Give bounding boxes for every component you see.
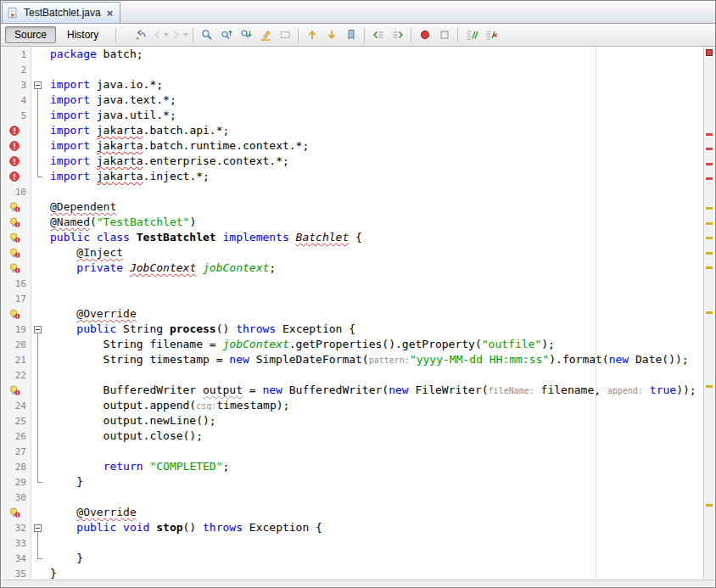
warning-stripe-mark[interactable] <box>706 237 713 239</box>
code-line[interactable]: 4import java.text.*; <box>2 92 703 108</box>
code-editor[interactable]: 1package batch;23import java.io.*;4impor… <box>2 47 703 580</box>
line-number[interactable]: 19 <box>2 322 31 337</box>
error-gutter-icon[interactable] <box>2 154 31 169</box>
history-view-button[interactable]: History <box>58 26 108 43</box>
code-line[interactable]: import jakarta.inject.*; <box>2 169 703 184</box>
toggle-bookmark-button[interactable] <box>341 25 361 44</box>
warning-stripe-mark[interactable] <box>706 252 713 255</box>
code-line[interactable]: 16 <box>2 276 703 291</box>
line-number[interactable]: 3 <box>2 77 31 92</box>
warning-stripe-mark[interactable] <box>706 266 713 269</box>
line-number[interactable]: 33 <box>2 535 31 551</box>
forward-button[interactable] <box>170 25 189 44</box>
start-macro-recording-button[interactable] <box>415 25 434 44</box>
line-number[interactable]: 27 <box>2 444 31 459</box>
code-line[interactable]: BufferedWriter output = new BufferedWrit… <box>2 383 703 398</box>
code-line[interactable]: 35} <box>2 566 703 580</box>
line-number[interactable]: 28 <box>2 459 31 474</box>
error-stripe-mark[interactable] <box>706 177 713 180</box>
code-line[interactable]: 10 <box>2 184 703 199</box>
code-line[interactable]: @Override <box>2 505 703 520</box>
horizontal-scrollbar[interactable] <box>2 580 714 586</box>
code-line[interactable]: 25 output.newLine(); <box>2 413 703 428</box>
find-next-occurrence-button[interactable] <box>236 25 255 44</box>
line-number[interactable]: 29 <box>2 474 31 490</box>
line-number[interactable]: 2 <box>2 62 31 77</box>
code-line[interactable]: 30 <box>2 490 703 505</box>
code-line[interactable]: 20 String filename = jobContext.getPrope… <box>2 337 703 352</box>
warning-gutter-icon[interactable] <box>2 306 31 322</box>
line-number[interactable]: 26 <box>2 428 31 444</box>
line-number[interactable]: 17 <box>2 291 31 306</box>
line-number[interactable]: 34 <box>2 551 31 566</box>
line-number[interactable]: 22 <box>2 367 31 383</box>
error-gutter-icon[interactable] <box>2 123 31 138</box>
code-line[interactable]: 22 <box>2 367 703 383</box>
line-number[interactable]: 16 <box>2 276 31 291</box>
stop-macro-recording-button[interactable] <box>434 25 454 44</box>
last-edit-position-button[interactable] <box>131 25 150 44</box>
source-view-button[interactable]: Source <box>5 26 56 43</box>
code-line[interactable]: 2 <box>2 62 703 77</box>
shift-line-right-button[interactable] <box>388 25 407 44</box>
code-line[interactable]: 24 output.append(csq:timestamp); <box>2 398 703 413</box>
line-number[interactable]: 4 <box>2 92 31 108</box>
toggle-highlight-search-button[interactable] <box>255 25 275 44</box>
warning-gutter-icon[interactable] <box>2 245 31 260</box>
warning-gutter-icon[interactable] <box>2 260 31 276</box>
warning-gutter-icon[interactable] <box>2 215 31 230</box>
code-line[interactable]: 29 } <box>2 474 703 490</box>
next-bookmark-button[interactable] <box>322 25 341 44</box>
line-number[interactable]: 20 <box>2 337 31 352</box>
line-number[interactable]: 35 <box>2 566 31 580</box>
tab-close-icon[interactable]: × <box>106 8 115 19</box>
code-line[interactable]: 32 public void stop() throws Exception { <box>2 520 703 535</box>
fold-toggle[interactable] <box>31 77 44 92</box>
back-button[interactable] <box>150 25 170 44</box>
code-line[interactable]: 27 <box>2 444 703 459</box>
code-line[interactable]: 17 <box>2 291 703 306</box>
warning-stripe-mark[interactable] <box>706 385 713 388</box>
code-line[interactable]: 33 <box>2 535 703 551</box>
line-number[interactable]: 10 <box>2 184 31 199</box>
line-number[interactable]: 5 <box>2 108 31 123</box>
warning-stripe-mark[interactable] <box>706 504 713 507</box>
code-line[interactable]: @Inject <box>2 245 703 260</box>
code-line[interactable]: 19 public String process() throws Except… <box>2 322 703 337</box>
fold-toggle[interactable] <box>31 322 44 337</box>
error-status-indicator[interactable] <box>706 49 713 56</box>
warning-gutter-icon[interactable] <box>2 199 31 215</box>
code-area[interactable]: 1package batch;23import java.io.*;4impor… <box>2 47 703 580</box>
code-line[interactable]: import jakarta.enterprise.context.*; <box>2 154 703 169</box>
line-number[interactable]: 30 <box>2 490 31 505</box>
fold-toggle[interactable] <box>31 520 44 535</box>
uncomment-button[interactable] <box>481 25 501 44</box>
code-line[interactable]: private JobContext jobContext; <box>2 260 703 276</box>
warning-gutter-icon[interactable] <box>2 505 31 520</box>
code-line[interactable]: @Dependent <box>2 199 703 215</box>
code-line[interactable]: @Override <box>2 306 703 322</box>
warning-stripe-mark[interactable] <box>706 207 713 210</box>
error-gutter-icon[interactable] <box>2 169 31 184</box>
code-line[interactable]: 5import java.util.*; <box>2 108 703 123</box>
warning-stripe-mark[interactable] <box>706 222 713 225</box>
error-stripe-mark[interactable] <box>706 148 713 150</box>
line-number[interactable]: 25 <box>2 413 31 428</box>
code-line[interactable]: public class TestBatchlet implements Bat… <box>2 230 703 245</box>
comment-button[interactable] <box>461 25 481 44</box>
code-line[interactable]: import jakarta.batch.api.*; <box>2 123 703 138</box>
tab-testbatchlet-java[interactable]: TestBatchlet.java × <box>2 2 120 23</box>
line-number[interactable]: 1 <box>2 47 31 62</box>
code-line[interactable]: import jakarta.batch.runtime.context.*; <box>2 138 703 154</box>
error-stripe-mark[interactable] <box>706 133 713 136</box>
code-line[interactable]: 3import java.io.*; <box>2 77 703 92</box>
code-line[interactable]: 26 output.close(); <box>2 428 703 444</box>
code-line[interactable]: @Named("TestBatchlet") <box>2 215 703 230</box>
warning-gutter-icon[interactable] <box>2 230 31 245</box>
line-number[interactable]: 32 <box>2 520 31 535</box>
error-gutter-icon[interactable] <box>2 138 31 154</box>
code-line[interactable]: 28 return "COMPLETED"; <box>2 459 703 474</box>
warning-gutter-icon[interactable] <box>2 383 31 398</box>
toggle-rectangular-selection-button[interactable] <box>275 25 294 44</box>
line-number[interactable]: 24 <box>2 398 31 413</box>
